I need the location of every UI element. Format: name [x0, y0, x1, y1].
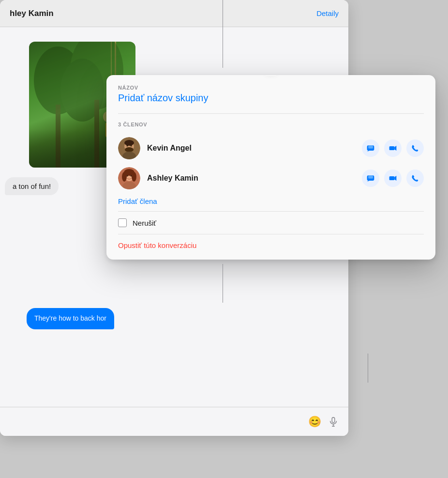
group-name-input[interactable]: Pridať názov skupiny — [118, 93, 424, 104]
svg-rect-32 — [368, 175, 373, 179]
input-bar: 😊 — [0, 407, 348, 436]
avatar-ashley — [118, 167, 140, 189]
svg-marker-20 — [367, 151, 370, 152]
dnd-section: Nerušiť — [106, 212, 435, 234]
svg-point-14 — [125, 147, 134, 152]
connector-line-add-member — [223, 264, 223, 303]
connector-line-top — [223, 0, 223, 68]
emoji-icon[interactable]: 😊 — [308, 416, 321, 428]
video-icon — [388, 144, 397, 153]
ashley-avatar-svg — [118, 167, 140, 189]
dnd-label: Nerušiť — [133, 219, 156, 227]
ashley-phone-button[interactable] — [406, 170, 424, 187]
svg-rect-8 — [332, 417, 335, 422]
svg-point-30 — [131, 175, 132, 177]
message-icon — [366, 144, 375, 153]
svg-rect-19 — [368, 145, 373, 149]
conversation-title: hley Kamin — [10, 9, 54, 18]
details-panel: NÁZOV Pridať názov skupiny 3 ČLENOV — [106, 75, 435, 260]
message-icon-2 — [366, 174, 375, 183]
svg-point-26 — [122, 172, 127, 182]
add-member-link[interactable]: Pridať člena — [118, 193, 157, 207]
video-icon-2 — [388, 174, 397, 183]
dnd-checkbox[interactable] — [118, 218, 127, 227]
svg-point-29 — [127, 175, 128, 177]
leave-conversation-link[interactable]: Opustiť túto konverzáciu — [118, 241, 196, 249]
phone-icon — [411, 144, 419, 153]
svg-rect-34 — [389, 176, 395, 180]
leave-section: Opustiť túto konverzáciu — [106, 234, 435, 260]
members-count: 3 ČLENOV — [118, 122, 424, 127]
name-section: NÁZOV Pridať názov skupiny — [106, 75, 435, 113]
svg-point-16 — [127, 145, 128, 147]
name-label: NÁZOV — [118, 85, 424, 91]
kevin-message-button[interactable] — [362, 139, 379, 157]
panel-arrow — [265, 75, 277, 76]
member-row-kevin: Kevin Angel — [118, 133, 424, 163]
mic-icon[interactable] — [328, 416, 339, 427]
svg-point-13 — [124, 140, 134, 146]
messages-header: hley Kamin Detaily — [0, 0, 348, 27]
ashley-message-button[interactable] — [362, 170, 379, 187]
svg-point-27 — [132, 172, 136, 182]
member-name-ashley: Ashley Kamin — [147, 174, 362, 183]
details-button[interactable]: Detaily — [316, 9, 339, 17]
svg-point-17 — [131, 145, 132, 147]
svg-marker-35 — [394, 176, 396, 181]
kevin-video-button[interactable] — [384, 139, 402, 157]
member-row-ashley: Ashley Kamin — [118, 163, 424, 193]
svg-rect-21 — [389, 146, 395, 150]
phone-icon-2 — [411, 174, 419, 183]
avatar-kevin — [118, 137, 140, 159]
blue-chat-bubble: They're how to back hor — [27, 308, 114, 329]
ashley-actions — [362, 170, 424, 187]
fun-chat-bubble: a ton of fun! — [5, 177, 59, 195]
kevin-phone-button[interactable] — [406, 139, 424, 157]
kevin-actions — [362, 139, 424, 157]
kevin-avatar-svg — [118, 137, 140, 159]
connector-line-leave — [368, 354, 368, 383]
svg-rect-4 — [94, 100, 99, 168]
svg-marker-22 — [394, 146, 396, 151]
ashley-video-button[interactable] — [384, 170, 402, 187]
svg-marker-33 — [367, 181, 370, 182]
members-section: 3 ČLENOV Kevin Ange — [106, 114, 435, 211]
member-name-kevin: Kevin Angel — [147, 144, 362, 153]
svg-rect-3 — [56, 105, 60, 168]
